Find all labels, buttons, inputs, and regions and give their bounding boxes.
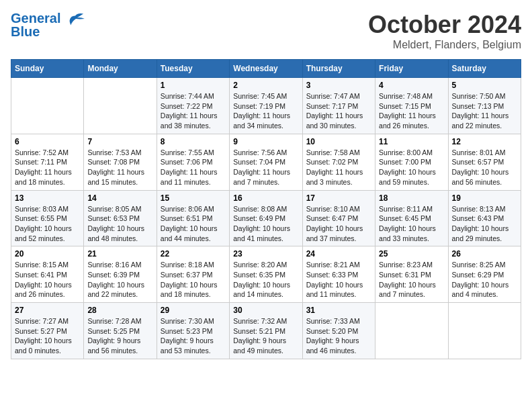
calendar-cell: 22Sunrise: 8:18 AMSunset: 6:37 PMDayligh… xyxy=(157,246,229,303)
weekday-header: Monday xyxy=(84,60,157,78)
day-number: 9 xyxy=(233,137,298,146)
day-info: Sunrise: 8:08 AMSunset: 6:49 PMDaylight:… xyxy=(233,204,298,244)
day-info: Sunrise: 8:00 AMSunset: 7:00 PMDaylight:… xyxy=(379,148,444,187)
day-number: 11 xyxy=(379,137,444,146)
weekday-header: Thursday xyxy=(302,60,375,78)
day-number: 29 xyxy=(161,306,226,315)
calendar-cell xyxy=(84,78,157,134)
title-block: October 2024 Meldert, Flanders, Belgium xyxy=(368,11,521,51)
day-number: 14 xyxy=(87,193,152,203)
day-number: 25 xyxy=(379,249,444,259)
weekday-header: Saturday xyxy=(448,60,521,78)
day-info: Sunrise: 8:21 AMSunset: 6:33 PMDaylight:… xyxy=(306,260,371,300)
day-number: 28 xyxy=(87,306,152,315)
day-number: 26 xyxy=(452,249,517,259)
day-number: 16 xyxy=(233,193,298,203)
weekday-header: Sunday xyxy=(11,60,84,78)
calendar-cell: 15Sunrise: 8:06 AMSunset: 6:51 PMDayligh… xyxy=(157,190,229,246)
day-info: Sunrise: 8:10 AMSunset: 6:47 PMDaylight:… xyxy=(306,204,371,244)
day-number: 23 xyxy=(233,249,298,259)
day-number: 17 xyxy=(306,193,371,203)
day-info: Sunrise: 8:18 AMSunset: 6:37 PMDaylight:… xyxy=(161,260,226,300)
day-info: Sunrise: 8:20 AMSunset: 6:35 PMDaylight:… xyxy=(233,260,298,300)
calendar-cell: 30Sunrise: 7:32 AMSunset: 5:21 PMDayligh… xyxy=(230,303,302,359)
calendar-cell: 2Sunrise: 7:45 AMSunset: 7:19 PMDaylight… xyxy=(230,78,302,134)
day-number: 5 xyxy=(452,81,517,90)
weekday-header: Tuesday xyxy=(157,60,229,78)
calendar-cell: 10Sunrise: 7:58 AMSunset: 7:02 PMDayligh… xyxy=(302,134,375,190)
day-number: 27 xyxy=(15,306,80,315)
calendar-cell: 11Sunrise: 8:00 AMSunset: 7:00 PMDayligh… xyxy=(375,134,448,190)
day-info: Sunrise: 7:44 AMSunset: 7:22 PMDaylight:… xyxy=(161,91,226,131)
day-info: Sunrise: 7:32 AMSunset: 5:21 PMDaylight:… xyxy=(233,316,298,356)
calendar-cell: 12Sunrise: 8:01 AMSunset: 6:57 PMDayligh… xyxy=(448,134,521,190)
calendar-cell: 16Sunrise: 8:08 AMSunset: 6:49 PMDayligh… xyxy=(230,190,302,246)
calendar-week-row: 1Sunrise: 7:44 AMSunset: 7:22 PMDaylight… xyxy=(11,78,521,134)
calendar-cell: 18Sunrise: 8:11 AMSunset: 6:45 PMDayligh… xyxy=(375,190,448,246)
calendar-cell: 29Sunrise: 7:30 AMSunset: 5:23 PMDayligh… xyxy=(157,303,229,359)
calendar-cell: 8Sunrise: 7:55 AMSunset: 7:06 PMDaylight… xyxy=(157,134,229,190)
calendar-cell: 31Sunrise: 7:33 AMSunset: 5:20 PMDayligh… xyxy=(302,303,375,359)
calendar-cell xyxy=(375,303,448,359)
weekday-header: Friday xyxy=(375,60,448,78)
calendar-week-row: 27Sunrise: 7:27 AMSunset: 5:27 PMDayligh… xyxy=(11,303,521,359)
calendar-cell xyxy=(448,303,521,359)
day-number: 4 xyxy=(379,81,444,90)
day-info: Sunrise: 7:27 AMSunset: 5:27 PMDaylight:… xyxy=(15,316,80,356)
calendar-cell: 19Sunrise: 8:13 AMSunset: 6:43 PMDayligh… xyxy=(448,190,521,246)
calendar-table: SundayMondayTuesdayWednesdayThursdayFrid… xyxy=(11,59,521,359)
day-info: Sunrise: 7:33 AMSunset: 5:20 PMDaylight:… xyxy=(306,316,371,356)
calendar-cell: 4Sunrise: 7:48 AMSunset: 7:15 PMDaylight… xyxy=(375,78,448,134)
day-info: Sunrise: 7:47 AMSunset: 7:17 PMDaylight:… xyxy=(306,91,371,131)
day-number: 1 xyxy=(161,81,226,90)
calendar-cell xyxy=(11,78,84,134)
day-number: 7 xyxy=(87,137,152,146)
day-info: Sunrise: 7:58 AMSunset: 7:02 PMDaylight:… xyxy=(306,148,371,187)
day-number: 2 xyxy=(233,81,298,90)
weekday-header: Wednesday xyxy=(230,60,302,78)
day-info: Sunrise: 8:05 AMSunset: 6:53 PMDaylight:… xyxy=(87,204,152,244)
day-number: 30 xyxy=(233,306,298,315)
calendar-week-row: 20Sunrise: 8:15 AMSunset: 6:41 PMDayligh… xyxy=(11,246,521,303)
day-info: Sunrise: 7:50 AMSunset: 7:13 PMDaylight:… xyxy=(452,91,517,131)
day-info: Sunrise: 8:25 AMSunset: 6:29 PMDaylight:… xyxy=(452,260,517,300)
calendar-cell: 20Sunrise: 8:15 AMSunset: 6:41 PMDayligh… xyxy=(11,246,84,303)
calendar-cell: 17Sunrise: 8:10 AMSunset: 6:47 PMDayligh… xyxy=(302,190,375,246)
calendar-cell: 21Sunrise: 8:16 AMSunset: 6:39 PMDayligh… xyxy=(84,246,157,303)
day-number: 10 xyxy=(306,137,371,146)
day-info: Sunrise: 8:15 AMSunset: 6:41 PMDaylight:… xyxy=(15,260,80,300)
calendar-cell: 13Sunrise: 8:03 AMSunset: 6:55 PMDayligh… xyxy=(11,190,84,246)
header-row: SundayMondayTuesdayWednesdayThursdayFrid… xyxy=(11,60,521,78)
calendar-cell: 7Sunrise: 7:53 AMSunset: 7:08 PMDaylight… xyxy=(84,134,157,190)
location-text: Meldert, Flanders, Belgium xyxy=(368,39,521,51)
day-number: 22 xyxy=(161,249,226,259)
page-header: General Blue October 2024 Meldert, Fland… xyxy=(11,11,521,51)
day-number: 18 xyxy=(379,193,444,203)
day-number: 19 xyxy=(452,193,517,203)
day-number: 21 xyxy=(87,249,152,259)
day-info: Sunrise: 7:55 AMSunset: 7:06 PMDaylight:… xyxy=(161,148,226,187)
day-info: Sunrise: 7:52 AMSunset: 7:11 PMDaylight:… xyxy=(15,148,80,187)
day-number: 12 xyxy=(452,137,517,146)
day-number: 15 xyxy=(161,193,226,203)
calendar-cell: 5Sunrise: 7:50 AMSunset: 7:13 PMDaylight… xyxy=(448,78,521,134)
calendar-cell: 27Sunrise: 7:27 AMSunset: 5:27 PMDayligh… xyxy=(11,303,84,359)
day-info: Sunrise: 7:56 AMSunset: 7:04 PMDaylight:… xyxy=(233,148,298,187)
day-info: Sunrise: 7:48 AMSunset: 7:15 PMDaylight:… xyxy=(379,91,444,131)
calendar-cell: 6Sunrise: 7:52 AMSunset: 7:11 PMDaylight… xyxy=(11,134,84,190)
day-info: Sunrise: 8:06 AMSunset: 6:51 PMDaylight:… xyxy=(161,204,226,244)
logo: General Blue xyxy=(11,11,85,40)
day-info: Sunrise: 8:11 AMSunset: 6:45 PMDaylight:… xyxy=(379,204,444,244)
day-info: Sunrise: 8:23 AMSunset: 6:31 PMDaylight:… xyxy=(379,260,444,300)
day-number: 3 xyxy=(306,81,371,90)
day-number: 31 xyxy=(306,306,371,315)
calendar-cell: 3Sunrise: 7:47 AMSunset: 7:17 PMDaylight… xyxy=(302,78,375,134)
day-info: Sunrise: 8:16 AMSunset: 6:39 PMDaylight:… xyxy=(87,260,152,300)
day-info: Sunrise: 7:30 AMSunset: 5:23 PMDaylight:… xyxy=(161,316,226,356)
day-info: Sunrise: 8:13 AMSunset: 6:43 PMDaylight:… xyxy=(452,204,517,244)
day-number: 13 xyxy=(15,193,80,203)
calendar-body: 1Sunrise: 7:44 AMSunset: 7:22 PMDaylight… xyxy=(11,78,521,359)
day-number: 24 xyxy=(306,249,371,259)
day-info: Sunrise: 7:45 AMSunset: 7:19 PMDaylight:… xyxy=(233,91,298,131)
calendar-header: SundayMondayTuesdayWednesdayThursdayFrid… xyxy=(11,60,521,78)
